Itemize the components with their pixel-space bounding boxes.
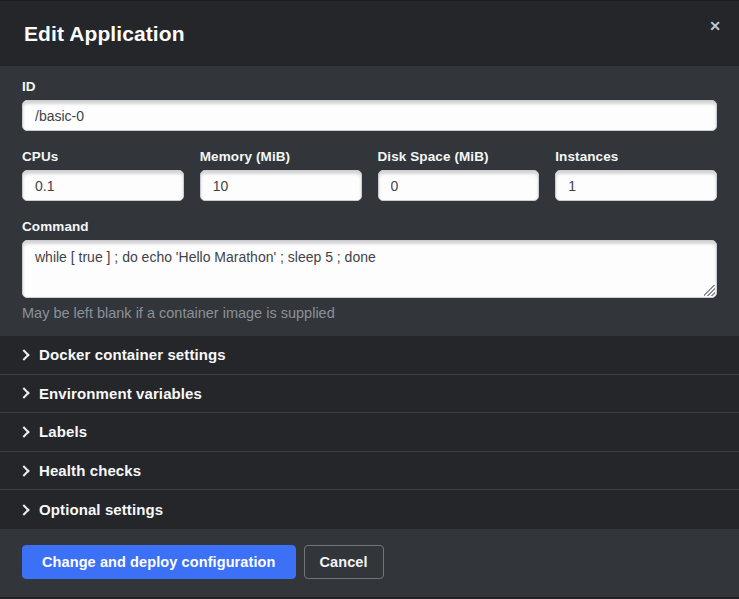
chevron-right-icon (18, 349, 29, 360)
chevron-right-icon (18, 465, 29, 476)
collapsible-sections: Docker container settings Environment va… (0, 336, 739, 529)
cpus-field-group: CPUs (22, 149, 184, 201)
section-label: Environment variables (39, 385, 202, 402)
close-icon[interactable]: ✕ (704, 15, 726, 37)
section-environment-variables[interactable]: Environment variables (0, 375, 739, 414)
instances-label: Instances (555, 149, 717, 164)
memory-field-group: Memory (MiB) (200, 149, 362, 201)
chevron-right-icon (18, 504, 29, 515)
cpus-label: CPUs (22, 149, 184, 164)
command-help-text: May be left blank if a container image i… (22, 305, 717, 321)
change-and-deploy-button[interactable]: Change and deploy configuration (22, 545, 296, 579)
cancel-button[interactable]: Cancel (304, 545, 384, 579)
memory-input[interactable] (200, 170, 362, 201)
section-health-checks[interactable]: Health checks (0, 452, 739, 491)
section-docker-container-settings[interactable]: Docker container settings (0, 336, 739, 375)
command-textarea[interactable] (22, 240, 717, 298)
section-label: Health checks (39, 462, 141, 479)
command-label: Command (22, 219, 717, 234)
section-labels[interactable]: Labels (0, 413, 739, 452)
instances-field-group: Instances (555, 149, 717, 201)
chevron-right-icon (18, 388, 29, 399)
id-field-group: ID (22, 79, 717, 131)
section-label: Labels (39, 423, 87, 440)
modal-title: Edit Application (24, 22, 185, 46)
memory-label: Memory (MiB) (200, 149, 362, 164)
section-label: Docker container settings (39, 346, 226, 363)
modal-header: Edit Application ✕ (0, 1, 739, 66)
id-input[interactable] (22, 100, 717, 131)
disk-field-group: Disk Space (MiB) (378, 149, 540, 201)
modal-footer: Change and deploy configuration Cancel (0, 529, 739, 597)
id-label: ID (22, 79, 717, 94)
section-label: Optional settings (39, 501, 163, 518)
cpus-input[interactable] (22, 170, 184, 201)
section-optional-settings[interactable]: Optional settings (0, 490, 739, 529)
application-form: ID CPUs Memory (MiB) Disk Space (MiB) In… (0, 66, 739, 336)
disk-label: Disk Space (MiB) (378, 149, 540, 164)
resources-row: CPUs Memory (MiB) Disk Space (MiB) Insta… (22, 149, 717, 201)
command-textarea-wrap (22, 240, 717, 298)
instances-input[interactable] (555, 170, 717, 201)
edit-application-modal: Edit Application ✕ ID CPUs Memory (MiB) … (0, 0, 739, 599)
chevron-right-icon (18, 426, 29, 437)
command-field-group: Command May be left blank if a container… (22, 219, 717, 321)
disk-input[interactable] (378, 170, 540, 201)
